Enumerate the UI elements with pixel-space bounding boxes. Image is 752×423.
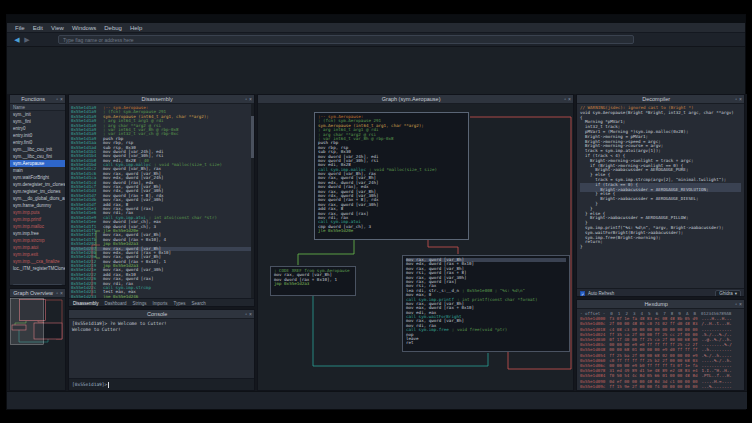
graph-overview-panel: Graph Overview ▫ ×	[9, 288, 66, 391]
menu-item[interactable]: File	[15, 25, 25, 31]
function-list-item[interactable]: entry.fini0	[10, 139, 65, 146]
close-icon[interactable]: ×	[568, 97, 571, 102]
undock-icon[interactable]: ▫	[56, 97, 58, 102]
undock-icon[interactable]: ▫	[245, 97, 247, 102]
console-line: Welcome to Cutter!	[72, 327, 251, 333]
console-input[interactable]: [0x55e1d1a9]>	[69, 378, 254, 390]
disassembly-view[interactable]: 0x55e1d1a9;-- sym.Aeropause: 0x55e1d1a9;…	[69, 104, 254, 298]
node-line[interactable]: ret	[406, 341, 566, 345]
close-icon[interactable]: ×	[60, 291, 63, 296]
hexdump-rows: 0x55e1d000f3 0f 1e fa 48 83 ec 08 48 8b …	[580, 316, 741, 389]
status-bar	[7, 391, 747, 409]
graph-overview-title: Graph Overview	[10, 290, 56, 296]
menu-item[interactable]: Edit	[33, 25, 43, 31]
decompiler-line[interactable]: }	[580, 245, 741, 250]
decompiler-panel: Decompiler ▫ × // WARNING(jsdec): ignore…	[576, 94, 745, 297]
functions-panel-header[interactable]: Functions ▫ ×	[10, 95, 65, 104]
close-icon[interactable]: ×	[739, 302, 742, 307]
functions-panel-title: Functions	[10, 96, 56, 102]
functions-panel: Functions ▫ × Name sym._init s	[9, 94, 66, 286]
graph-overview-minimap[interactable]	[10, 298, 65, 390]
decompiler-panel-title: Decompiler	[577, 96, 735, 102]
undock-icon[interactable]: ▫	[735, 97, 737, 102]
undock-icon[interactable]: ▫	[56, 291, 58, 296]
decompiler-view[interactable]: // WARNING(jsdec): ignored cast to (Brig…	[577, 104, 744, 288]
close-icon[interactable]: ×	[739, 97, 742, 102]
function-list-item[interactable]: main	[10, 167, 65, 174]
tab[interactable]: Types	[174, 299, 186, 308]
function-list-item[interactable]: sym.register_tm_clones	[10, 188, 65, 195]
window-titlebar[interactable]	[7, 15, 745, 23]
cutter-window: FileEditViewWindowsDebugHelp ◀ ▶ Functio…	[6, 14, 746, 410]
function-list-item[interactable]: sym.deregister_tm_clones	[10, 181, 65, 188]
menu-item[interactable]: View	[51, 25, 64, 31]
tab[interactable]: Search	[192, 299, 206, 308]
close-icon[interactable]: ×	[249, 312, 252, 317]
function-list-item[interactable]: sym._fini	[10, 118, 65, 125]
graph-node-false[interactable]: mov rax, qword [var_8h] mov edx, dword […	[402, 255, 570, 352]
graph-panel-title: Graph (sym.Aeropause)	[258, 96, 564, 102]
decompiler-panel-header[interactable]: Decompiler ▫ ×	[577, 95, 744, 104]
function-list-item[interactable]: sym.imp.printf	[10, 216, 65, 223]
function-list-item[interactable]: sym.imp.free	[10, 230, 65, 237]
function-list-item[interactable]: sym.imp.puts	[10, 209, 65, 216]
function-list-item[interactable]: sym.imp.strcmp	[10, 237, 65, 244]
auto-refresh-checkbox[interactable]: ✓	[580, 291, 585, 296]
functions-list: sym._init sym._fini entry0 entry.init0	[10, 111, 65, 275]
decompiler-select[interactable]: Ghidra ▾	[715, 290, 741, 298]
tab[interactable]: Dashboard	[105, 299, 127, 308]
hexdump-panel-header[interactable]: Hexdump ▫ ×	[577, 300, 744, 309]
undock-icon[interactable]: ▫	[564, 97, 566, 102]
search-input[interactable]	[58, 35, 634, 44]
functions-column-header[interactable]: Name	[10, 104, 65, 111]
close-icon[interactable]: ×	[60, 97, 63, 102]
close-icon[interactable]: ×	[249, 97, 252, 102]
graph-canvas[interactable]: ;-- sym.Aeropause: ; (fcn) sym.Aeropause…	[258, 104, 573, 390]
hex-row[interactable]: 0x55e1d09cff 15 9e 2f 00 00 f4 00 00 00 …	[580, 384, 741, 389]
tab[interactable]: Imports	[153, 299, 168, 308]
forward-button[interactable]: ▶	[22, 36, 32, 43]
tab[interactable]: Strings	[133, 299, 147, 308]
function-list-item[interactable]: entry0	[10, 125, 65, 132]
console-prompt: [0x55e1d1a9]>	[72, 382, 107, 387]
function-list-item[interactable]: sym.Aeropause	[10, 160, 65, 167]
dock-area: Functions ▫ × Name sym._init s	[7, 94, 747, 391]
disassembly-panel-header[interactable]: Disassembly ▫ ×	[69, 95, 254, 104]
function-list-item[interactable]: sym.__libc_csu_init	[10, 146, 65, 153]
hexdump-panel: Hexdump ▫ × - offset - 0 1 2 3 4 5 6 7 8…	[576, 299, 745, 391]
graph-panel-header[interactable]: Graph (sym.Aeropause) ▫ ×	[258, 95, 573, 104]
function-list-item[interactable]: sym.imp.__cxa_finalize	[10, 258, 65, 265]
console-panel-header[interactable]: Console ▫ ×	[69, 310, 254, 319]
function-list-item[interactable]: sym.__do_global_dtors_aux	[10, 195, 65, 202]
disassembly-scrollbar[interactable]	[251, 104, 254, 298]
undock-icon[interactable]: ▫	[735, 302, 737, 307]
function-list-item[interactable]: sym.waitForBright	[10, 174, 65, 181]
disasm-line[interactable]: 0x55e1d233jne 0x55e1d246	[71, 295, 254, 298]
hexdump-view[interactable]: - offset - 0 1 2 3 4 5 6 7 8 9 A B 01234…	[577, 309, 744, 391]
node-line[interactable]: jle 0x55e1d20e	[318, 229, 465, 233]
console-panel-title: Console	[69, 311, 245, 317]
graph-overview-header[interactable]: Graph Overview ▫ ×	[10, 289, 65, 298]
function-list-item[interactable]: sym.__libc_csu_fini	[10, 153, 65, 160]
function-list-item[interactable]: sym._init	[10, 111, 65, 118]
decompiler-line[interactable]: void sym.Aeropause(Bright *Bright, int32…	[580, 111, 741, 116]
menu-item[interactable]: Windows	[72, 25, 96, 31]
function-list-item[interactable]: sym.imp.exit	[10, 251, 65, 258]
function-list-item[interactable]: loc._ITM_registerTMCloneTable	[10, 265, 65, 272]
graph-node-entry[interactable]: ;-- sym.Aeropause: ; (fcn) sym.Aeropause…	[314, 112, 469, 240]
toolbar: ◀ ▶	[7, 33, 745, 47]
back-button[interactable]: ◀	[12, 36, 22, 43]
graph-node-true[interactable]: ; CODE XREF from sym.Aeropause mov rax, …	[270, 266, 356, 296]
graph-panel: Graph (sym.Aeropause) ▫ ×	[257, 94, 574, 391]
menu-item[interactable]: Help	[130, 25, 142, 31]
function-list-item[interactable]: sym.imp.atoi	[10, 244, 65, 251]
quick-filter-input[interactable]	[12, 284, 63, 286]
function-list-item[interactable]: sym.imp.malloc	[10, 223, 65, 230]
function-list-item[interactable]: sym.frame_dummy	[10, 202, 65, 209]
tab[interactable]: Disassembly	[73, 299, 99, 308]
function-list-item[interactable]: entry.init0	[10, 132, 65, 139]
console-output: [0x55e1d1a9]> ?e Welcome to Cutter!Welco…	[69, 319, 254, 378]
node-line[interactable]: jmp 0x55e1d2a3	[274, 282, 352, 286]
undock-icon[interactable]: ▫	[245, 312, 247, 317]
menu-item[interactable]: Debug	[104, 25, 122, 31]
